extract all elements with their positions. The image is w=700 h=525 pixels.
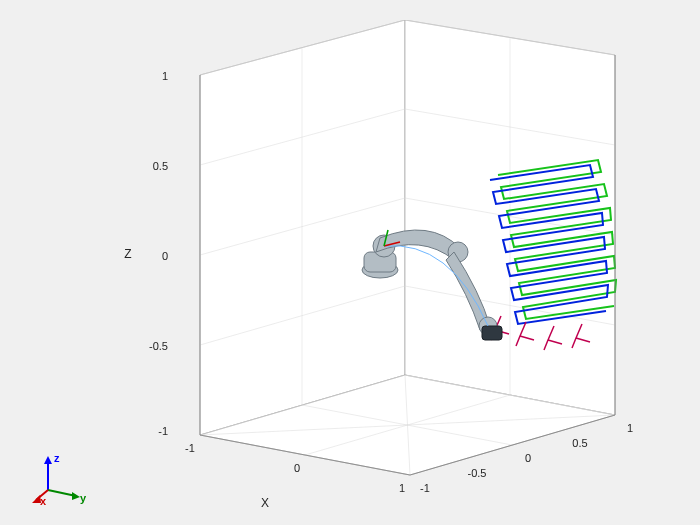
frame-x-label: x: [40, 495, 47, 505]
y-tick-1: 1: [627, 422, 633, 434]
y-tick--1: -1: [420, 482, 430, 494]
axes-orientation-indicator: z y x: [30, 450, 90, 505]
x-tick-0: 0: [294, 462, 300, 474]
axes-svg: 1 0.5 0 -0.5 -1 Z -1 0 1 X -1 -0.5 0 0.5…: [50, 20, 670, 510]
z-tick--0.5: -0.5: [149, 340, 168, 352]
frame-y-label: y: [80, 492, 87, 504]
x-axis-label: X: [261, 496, 269, 510]
figure-window: 1 0.5 0 -0.5 -1 Z -1 0 1 X -1 -0.5 0 0.5…: [0, 0, 700, 525]
y-tick-0: 0: [525, 452, 531, 464]
y-tick--0.5: -0.5: [468, 467, 487, 479]
wall-back-left: [200, 20, 405, 435]
svg-marker-28: [72, 492, 80, 500]
frame-z-label: z: [54, 452, 60, 464]
z-tick-0.5: 0.5: [153, 160, 168, 172]
z-axis-label: Z: [124, 247, 131, 261]
z-tick-0: 0: [162, 250, 168, 262]
x-tick--1: -1: [185, 442, 195, 454]
z-tick--1: -1: [158, 425, 168, 437]
axes-3d[interactable]: 1 0.5 0 -0.5 -1 Z -1 0 1 X -1 -0.5 0 0.5…: [50, 20, 670, 510]
y-tick-0.5: 0.5: [572, 437, 587, 449]
svg-marker-26: [44, 456, 52, 464]
svg-rect-22: [482, 326, 502, 340]
z-tick-1: 1: [162, 70, 168, 82]
svg-line-27: [48, 490, 76, 496]
x-tick-1: 1: [399, 482, 405, 494]
